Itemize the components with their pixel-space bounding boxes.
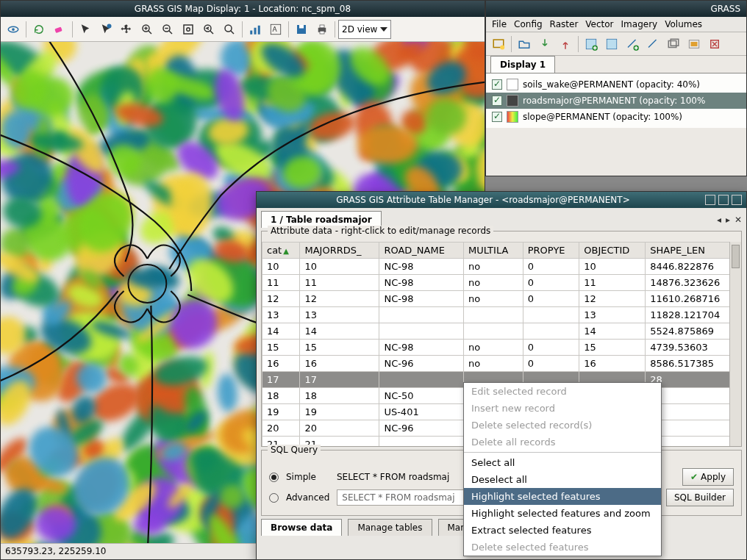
- tab-next-icon[interactable]: ▸: [726, 215, 730, 225]
- svg-rect-30: [691, 42, 698, 46]
- minimize-icon[interactable]: [705, 195, 715, 205]
- remove-layer-icon[interactable]: [705, 35, 724, 54]
- add-vector-icon[interactable]: [623, 35, 642, 54]
- col-shape_len[interactable]: SHAPE_LEN: [646, 243, 741, 259]
- raster-icon: [507, 111, 518, 123]
- save-workspace-icon[interactable]: [535, 35, 554, 54]
- sql-builder-button[interactable]: SQL Builder: [666, 489, 734, 506]
- col-propye[interactable]: PROPYE: [523, 243, 579, 259]
- add-raster-misc-icon[interactable]: [602, 35, 621, 54]
- menu-volumes[interactable]: Volumes: [665, 19, 702, 29]
- ctx-delete-selected-features: Delete selected features: [464, 539, 661, 556]
- col-cat[interactable]: cat▲: [262, 243, 300, 259]
- svg-rect-25: [607, 39, 617, 49]
- svg-rect-27: [668, 40, 676, 47]
- coords-readout: 635793.23, 225259.10: [5, 546, 106, 556]
- zoom-in-icon[interactable]: [137, 20, 157, 39]
- svg-point-1: [12, 28, 15, 31]
- zoom-out-icon[interactable]: [158, 20, 177, 39]
- maximize-icon[interactable]: [718, 195, 729, 205]
- layer-label: slope@PERMANENT (opacity: 100%): [523, 112, 682, 122]
- view-mode-label: 2D view: [342, 24, 377, 35]
- pointer-icon[interactable]: [76, 20, 95, 39]
- table-row[interactable]: 1111NC-98no01114876.323626: [262, 275, 741, 291]
- add-vector-misc-icon[interactable]: [643, 35, 662, 54]
- col-multila[interactable]: MULTILA: [463, 243, 523, 259]
- tab-close-icon[interactable]: ✕: [735, 215, 742, 225]
- ctx-highlight-selected-features[interactable]: Highlight selected features: [464, 488, 661, 505]
- save-map-icon[interactable]: [292, 20, 311, 39]
- pan-icon[interactable]: [117, 20, 136, 39]
- table-row[interactable]: 1616NC-96no0168586.517385: [262, 356, 741, 372]
- redraw-icon[interactable]: [29, 20, 49, 39]
- layer-manager-window: GRASS File Config Raster Vector Imagery …: [485, 0, 747, 176]
- layer-row[interactable]: slope@PERMANENT (opacity: 100%): [486, 109, 746, 125]
- apply-button[interactable]: ✔Apply: [682, 468, 734, 486]
- svg-point-22: [500, 45, 504, 49]
- vertical-scrollbar[interactable]: [729, 242, 741, 446]
- ctx-highlight-selected-features-and-zoom[interactable]: Highlight selected features and zoom: [464, 505, 661, 522]
- table-row[interactable]: 1010NC-98no0108446.822876: [262, 259, 741, 275]
- svg-point-20: [128, 265, 166, 303]
- load-workspace-icon[interactable]: [556, 35, 575, 54]
- table-row[interactable]: 13131311828.121704: [262, 307, 741, 323]
- layer-checkbox[interactable]: [492, 112, 502, 122]
- svg-text:A: A: [273, 26, 278, 33]
- layers-menubar: File Config Raster Vector Imagery Volume…: [486, 17, 746, 32]
- menu-vector[interactable]: Vector: [585, 19, 613, 29]
- open-workspace-icon[interactable]: [515, 35, 534, 54]
- table-row[interactable]: 1212NC-98no01211610.268716: [262, 291, 741, 307]
- layer-checkbox[interactable]: [492, 96, 502, 106]
- menu-config[interactable]: Config: [514, 19, 543, 29]
- svg-point-7: [187, 27, 190, 31]
- new-display-icon[interactable]: [489, 35, 508, 54]
- layers-titlebar: GRASS: [486, 1, 746, 17]
- zoom-menu-icon[interactable]: [220, 20, 239, 39]
- scroll-thumb[interactable]: [732, 245, 740, 268]
- menu-file[interactable]: File: [492, 19, 507, 29]
- sql-simple-label: Simple: [286, 472, 316, 482]
- analyze-icon[interactable]: [246, 20, 265, 39]
- col-majorrds_[interactable]: MAJORRDS_: [300, 243, 379, 259]
- ctx-edit-selected-record: Edit selected record: [464, 383, 661, 400]
- col-objectid[interactable]: OBJECTID: [579, 243, 646, 259]
- ctx-select-all[interactable]: Select all: [464, 454, 661, 471]
- query-icon[interactable]: [96, 20, 115, 39]
- overlay-icon[interactable]: A: [266, 20, 285, 39]
- tab-manage-tables[interactable]: Manage tables: [348, 519, 432, 536]
- view-mode-select[interactable]: 2D view: [338, 20, 391, 39]
- display-tabstrip: Display 1: [486, 56, 746, 73]
- sql-group-label: SQL Query: [268, 445, 321, 455]
- ctx-deselect-all[interactable]: Deselect all: [464, 471, 661, 488]
- zoom-extent-icon[interactable]: [179, 20, 198, 39]
- sql-advanced-radio[interactable]: [269, 493, 279, 503]
- show-map-icon[interactable]: [4, 20, 23, 39]
- table-row[interactable]: 1414145524.875869: [262, 323, 741, 340]
- col-road_name[interactable]: ROAD_NAME: [379, 243, 464, 259]
- sql-simple-radio[interactable]: [269, 473, 279, 482]
- svg-rect-12: [258, 25, 260, 34]
- tab-prev-icon[interactable]: ◂: [717, 215, 721, 225]
- attr-table-tabs: 1 / Table roadsmajor ◂ ▸ ✕: [257, 208, 746, 228]
- svg-rect-19: [320, 31, 324, 34]
- ctx-extract-selected-features[interactable]: Extract selected features: [464, 522, 661, 539]
- layer-row[interactable]: roadsmajor@PERMANENT (opacity: 100%: [486, 93, 746, 109]
- layer-row[interactable]: soils_wake@PERMANENT (opacity: 40%): [486, 76, 746, 93]
- svg-rect-11: [254, 27, 257, 34]
- display-tab[interactable]: Display 1: [490, 56, 555, 73]
- table-row[interactable]: 1515NC-98no0154739.53603: [262, 340, 741, 356]
- add-overlay-icon[interactable]: [685, 35, 704, 54]
- print-icon[interactable]: [312, 20, 332, 39]
- erase-icon[interactable]: [50, 20, 69, 39]
- zoom-back-icon[interactable]: [199, 20, 218, 39]
- tab-browse-data[interactable]: Browse data: [261, 519, 342, 536]
- layers-toolbar: [486, 32, 746, 56]
- window-controls: [705, 195, 742, 205]
- layer-checkbox[interactable]: [492, 79, 502, 90]
- layer-list: soils_wake@PERMANENT (opacity: 40%) road…: [486, 73, 746, 128]
- close-icon[interactable]: [732, 195, 742, 205]
- add-group-icon[interactable]: [664, 35, 683, 54]
- add-raster-icon[interactable]: [582, 35, 601, 54]
- menu-imagery[interactable]: Imagery: [621, 19, 658, 29]
- menu-raster[interactable]: Raster: [550, 19, 579, 29]
